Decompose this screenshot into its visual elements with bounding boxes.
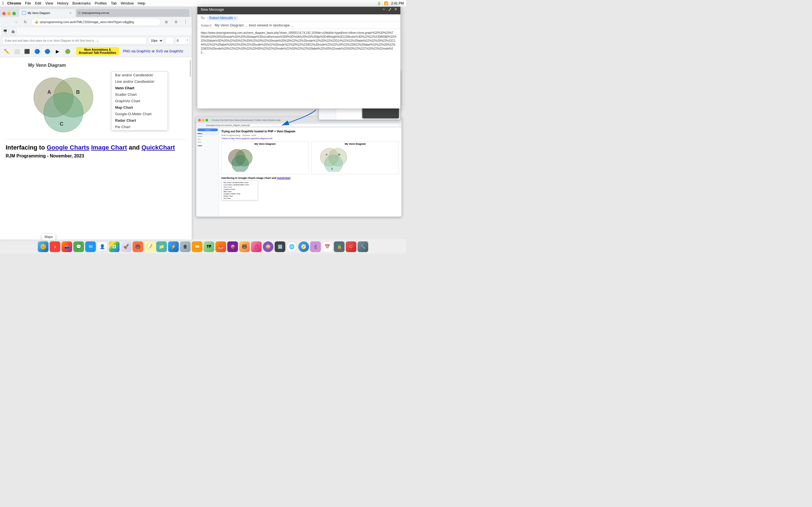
circle-light-tool[interactable]: 🔵	[43, 47, 52, 56]
dock-security[interactable]: 🛡	[346, 241, 356, 252]
dock-finder[interactable]: 😊	[38, 241, 49, 252]
menubar-view[interactable]: View	[45, 1, 53, 5]
dock-files[interactable]: 📁	[156, 241, 167, 252]
px-select[interactable]: 10px 12px 14px	[148, 37, 163, 44]
dock-setapp[interactable]: 📦	[227, 241, 238, 252]
svg-graphviz-link[interactable]: SVG via GraphViz	[156, 49, 183, 53]
image-chart-link[interactable]: Image Chart	[91, 144, 127, 151]
annotations-button[interactable]: More Annotations & Broadcast Talk Possib…	[76, 47, 119, 55]
circle-dark-tool[interactable]: 🔵	[33, 47, 42, 56]
bw3-dd-item2[interactable]: Line and/or Candlestick/Bar Chart	[223, 184, 257, 186]
forward-button[interactable]: →	[12, 18, 20, 26]
chart-type-dropdown[interactable]: Bar and/or Candlestick/ Line and/or Cand…	[111, 71, 168, 130]
dock-calendar[interactable]: 📅	[322, 241, 333, 252]
bw3-dropdown[interactable]: Bar and/or Candlestick/Bar Chart Line an…	[221, 180, 258, 200]
google-charts-link[interactable]: Google Charts	[47, 144, 89, 151]
dock-vpn[interactable]: 🔒	[334, 241, 345, 252]
menubar-window[interactable]: Window	[121, 1, 134, 5]
color-picker[interactable]	[165, 37, 174, 44]
bw3-dd-item8[interactable]: Pie Chart	[223, 197, 257, 200]
menubar-profiles[interactable]: Profiles	[95, 1, 107, 5]
dock-messages[interactable]: 💬	[73, 241, 84, 252]
dropdown-item-scatter[interactable]: Scatter Chart	[112, 91, 167, 98]
bw3-dd-item7[interactable]: Radar Chart	[223, 195, 257, 197]
gmail-body[interactable]: https://www.rjmprogramming.com.au/venn_d…	[197, 29, 400, 108]
dock-safari[interactable]: 🧭	[298, 241, 309, 252]
recipient-remove-icon[interactable]: ×	[234, 17, 236, 20]
minimize-icon[interactable]: −	[382, 7, 385, 12]
reload-button[interactable]: ↻	[21, 18, 29, 26]
dock-contacts[interactable]: 👤	[97, 241, 108, 252]
browser-tab-inactive[interactable]: rjmprogramming.com.au	[76, 9, 190, 17]
dropdown-item-google-meter[interactable]: Google-O-Meter Chart	[112, 111, 167, 117]
close-button[interactable]	[2, 12, 6, 15]
dropdown-item-line[interactable]: Line and/or Candlestick/	[112, 78, 167, 85]
bw3-url-text[interactable]: rjmprogramming.com.au/venn_diagram_basis…	[204, 124, 400, 126]
dock-chrome[interactable]: 🌐	[287, 241, 297, 252]
angle-input[interactable]: 0 °	[175, 37, 190, 44]
dropdown-item-graphviz[interactable]: GraphViz Chart	[112, 98, 167, 104]
dropdown-item-map[interactable]: Map Chart	[112, 104, 167, 111]
dock-reminders[interactable]: 📝	[144, 241, 155, 252]
tab-close-btn[interactable]: ×	[68, 11, 73, 15]
pencil-tool[interactable]: ✏️	[2, 47, 11, 56]
dock-launchpad[interactable]: 🚀	[121, 241, 132, 252]
dock-bear[interactable]: 🐻	[133, 241, 143, 252]
bw3-quickchart-link[interactable]: QuickChart	[277, 177, 291, 179]
play-tool[interactable]: ▶	[53, 47, 62, 56]
dropdown-item-venn[interactable]: Venn Chart	[112, 85, 167, 91]
browser-tab-active[interactable]: My Venn Diagram ×	[19, 9, 75, 17]
back-button[interactable]: ←	[2, 18, 10, 26]
dock-tools[interactable]: 🔧	[357, 241, 368, 252]
minimize-button[interactable]	[7, 12, 11, 15]
dock-maps[interactable]: 🗺	[204, 241, 214, 252]
dock-itunes[interactable]: 🎵	[251, 241, 262, 252]
bw3-dd-item4[interactable]: GraphViz Chart	[223, 188, 257, 190]
bw3-dd-item6[interactable]: Google-O-Meter Chart	[223, 193, 257, 195]
close-icon[interactable]: ×	[395, 7, 397, 12]
gmail-recipient-chip[interactable]: Robert Metcalfe ×	[207, 15, 238, 20]
quickchart-link[interactable]: QuickChart	[142, 144, 175, 151]
dock-calc[interactable]: 🔢	[274, 241, 285, 252]
dock-tor[interactable]: 🧅	[263, 241, 273, 252]
menubar-file[interactable]: File	[25, 1, 31, 5]
bw3-dd-item1[interactable]: Bar and/or Candlestick/Bar Chart	[223, 181, 257, 184]
dock-kindle[interactable]: 📖	[192, 241, 202, 252]
menubar-help[interactable]: Help	[138, 1, 145, 5]
rect-filled-tool[interactable]: ⬛	[22, 47, 32, 56]
resize-icon[interactable]: ⤢	[388, 7, 392, 12]
gmail-header-controls[interactable]: − ⤢ ×	[382, 7, 397, 12]
more-button[interactable]: ⋮	[182, 18, 190, 26]
dropdown-item-bar[interactable]: Bar and/or Candlestick/	[112, 72, 167, 78]
scrollbar[interactable]	[190, 57, 191, 239]
desktop-icon[interactable]: 🖨️	[10, 28, 16, 35]
bw3-dd-item3[interactable]: Venn Chart	[223, 186, 257, 188]
dock-shortcuts[interactable]: ⚡	[168, 241, 179, 252]
url-bar[interactable]: 🔒 rjmprogramming.com.au/HTMLCSS/image_ve…	[31, 18, 161, 26]
bw3-nav-back[interactable]: ← →	[198, 124, 203, 126]
fullscreen-button[interactable]	[12, 12, 16, 15]
dock-photos[interactable]: 📷	[61, 241, 72, 252]
green-circle-tool[interactable]: 🟢	[63, 47, 72, 56]
apple-menu[interactable]: 	[2, 1, 4, 6]
dropdown-item-radar[interactable]: Radar Chart	[112, 117, 167, 124]
dock-photos2[interactable]: 🖼	[109, 241, 119, 252]
bw3-dd-item5[interactable]: Map Chart	[223, 190, 257, 193]
dropdown-item-pie[interactable]: Pie Chart	[112, 124, 167, 130]
venn-text-input[interactable]	[2, 37, 147, 44]
dock-mail[interactable]: ✉	[85, 241, 96, 252]
dock-trash[interactable]: 🗑	[180, 241, 191, 252]
dock-music[interactable]: ♪	[50, 241, 60, 252]
dock-bear2[interactable]: 🐻	[239, 241, 250, 252]
menubar-edit[interactable]: Edit	[35, 1, 41, 5]
dock-firefox[interactable]: 🦊	[215, 241, 226, 252]
menubar-bookmarks[interactable]: Bookmarks	[72, 1, 91, 5]
menubar-history[interactable]: History	[57, 1, 68, 5]
menubar-chrome[interactable]: Chrome	[7, 1, 21, 5]
monitor-icon[interactable]: 🖥️	[2, 28, 8, 35]
bw3-thanks-text[interactable]: Thanks to https://forum.graphviz.org/sub…	[221, 137, 399, 139]
rect-outline-tool[interactable]: ⬜	[12, 47, 21, 56]
png-graphviz-link[interactable]: PNG via GraphViz	[123, 49, 151, 53]
menubar-tab[interactable]: Tab	[111, 1, 117, 5]
dock-app1[interactable]: 🔮	[310, 241, 321, 252]
